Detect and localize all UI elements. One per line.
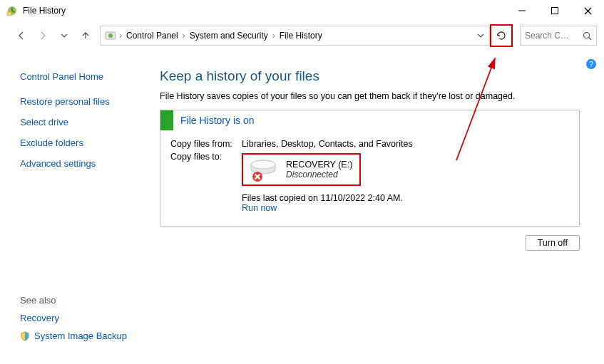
refresh-button-highlight: [490, 24, 513, 47]
navigation-bar: › Control Panel › System and Security › …: [0, 21, 604, 50]
search-input[interactable]: Search C…: [520, 26, 597, 46]
main-pane: Keep a history of your files File Histor…: [150, 51, 604, 364]
seealso-section: See also Recovery System Image Backup: [20, 295, 127, 348]
sidebar-select-drive[interactable]: Select drive: [20, 117, 150, 128]
refresh-icon: [496, 30, 507, 41]
svg-point-7: [108, 33, 113, 38]
close-button[interactable]: [571, 0, 604, 21]
copy-from-label: Copy files from:: [170, 139, 242, 149]
refresh-button[interactable]: [496, 30, 507, 41]
last-copied-text: Files last copied on 11/10/2022 2:40 AM.: [242, 193, 403, 203]
shield-icon: [20, 331, 30, 341]
sidebar-advanced[interactable]: Advanced settings: [20, 158, 150, 169]
search-placeholder: Search C…: [525, 31, 580, 41]
status-label: File History is on: [173, 115, 254, 126]
window-title: File History: [23, 6, 66, 16]
address-bar[interactable]: › Control Panel › System and Security › …: [100, 26, 490, 46]
sidebar: Control Panel Home Restore personal file…: [0, 51, 150, 364]
back-button[interactable]: [11, 26, 31, 46]
search-icon: [583, 31, 592, 41]
sidebar-restore[interactable]: Restore personal files: [20, 96, 150, 107]
page-heading: Keep a history of your files: [160, 68, 580, 84]
seealso-label: See also: [20, 295, 127, 306]
svg-rect-3: [552, 8, 558, 14]
recent-dropdown[interactable]: [54, 26, 74, 46]
drive-status: Disconnected: [286, 170, 352, 180]
seealso-recovery[interactable]: Recovery: [20, 313, 127, 323]
svg-line-9: [589, 37, 592, 40]
controlpanel-icon: [105, 30, 116, 41]
drive-icon: [247, 157, 279, 182]
drive-name: RECOVERY (E:): [286, 160, 352, 170]
chevron-right-icon: ›: [183, 31, 185, 41]
run-now-link[interactable]: Run now: [242, 203, 403, 213]
minimize-button[interactable]: [506, 0, 538, 21]
filehistory-icon: [6, 4, 19, 17]
svg-rect-1: [7, 12, 11, 16]
seealso-system-image-backup[interactable]: System Image Backup: [20, 331, 127, 341]
sidebar-home[interactable]: Control Panel Home: [20, 71, 150, 82]
page-subtext: File History saves copies of your files …: [160, 91, 580, 101]
drive-box-highlight: RECOVERY (E:) Disconnected: [242, 153, 361, 186]
breadcrumb-root[interactable]: Control Panel: [125, 29, 180, 42]
status-panel: File History is on Copy files from: Libr…: [160, 110, 580, 227]
address-dropdown[interactable]: [474, 27, 488, 44]
breadcrumb-leaf[interactable]: File History: [278, 29, 324, 42]
chevron-right-icon: ›: [272, 31, 275, 41]
maximize-button[interactable]: [538, 0, 571, 21]
copy-to-label: Copy files to:: [170, 152, 242, 162]
titlebar: File History: [0, 0, 604, 21]
breadcrumb-mid[interactable]: System and Security: [188, 29, 270, 42]
svg-point-13: [251, 160, 275, 169]
turn-off-button[interactable]: Turn off: [526, 235, 580, 251]
svg-point-8: [584, 32, 590, 38]
chevron-right-icon: ›: [119, 31, 122, 41]
up-button[interactable]: [76, 26, 96, 46]
seealso-sib-label: System Image Backup: [34, 331, 127, 341]
status-bar-indicator: [160, 110, 173, 130]
forward-button[interactable]: [33, 26, 53, 46]
sidebar-exclude[interactable]: Exclude folders: [20, 137, 150, 148]
copy-from-value: Libraries, Desktop, Contacts, and Favori…: [242, 139, 413, 149]
